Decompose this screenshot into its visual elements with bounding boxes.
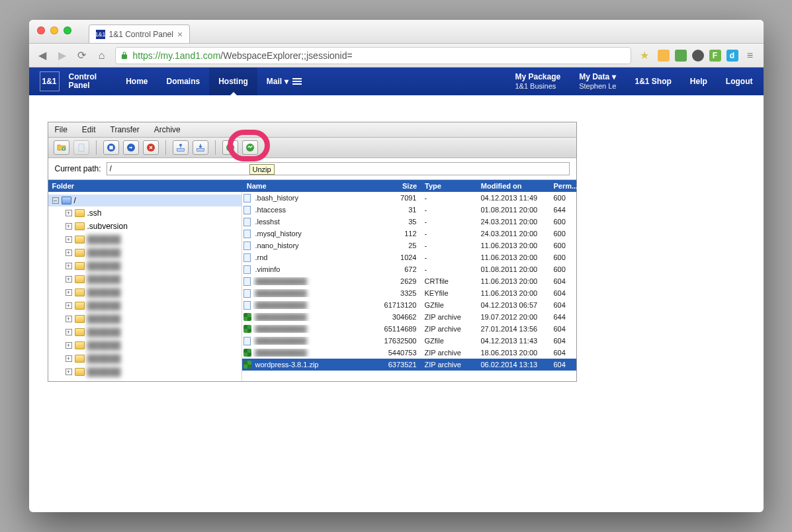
file-row[interactable]: .htaccess31-01.08.2011 20:00644 (242, 204, 576, 216)
tree-item[interactable]: +██████ (48, 299, 242, 312)
expand-icon[interactable]: + (66, 263, 72, 269)
file-row[interactable]: .nano_history25-11.06.2013 20:00600 (242, 240, 576, 251)
menu-transfer[interactable]: Transfer (110, 125, 140, 134)
chrome-menu-icon[interactable]: ≡ (744, 49, 757, 62)
tree-item[interactable]: +██████ (48, 365, 242, 378)
move-button[interactable] (123, 140, 139, 155)
bookmark-star-icon[interactable]: ★ (638, 49, 651, 62)
tree-item[interactable]: +██████ (48, 233, 242, 246)
menu-icon[interactable] (292, 78, 302, 85)
col-perm[interactable]: Perm... (550, 182, 576, 190)
file-perm: 604 (551, 337, 576, 345)
tree-item[interactable]: +██████ (48, 246, 242, 259)
file-row[interactable]: ██████████5440753ZIP archive18.06.2013 2… (242, 347, 576, 359)
download-button[interactable] (193, 140, 208, 155)
home-button[interactable]: ⌂ (95, 49, 109, 62)
col-modified[interactable]: Modified on (477, 182, 551, 190)
mydata-selector[interactable]: My Data ▾ Stephen Le (579, 72, 616, 91)
close-window-button[interactable] (37, 26, 45, 34)
col-size[interactable]: Size (374, 182, 421, 190)
tree-item[interactable]: +██████ (48, 352, 242, 365)
upload-button[interactable] (173, 140, 189, 155)
tree-item[interactable]: +██████ (48, 286, 242, 299)
link-help[interactable]: Help (690, 77, 707, 86)
tree-root[interactable]: – / (48, 195, 242, 206)
file-row[interactable]: .rnd1024-11.06.2013 20:00600 (242, 251, 576, 263)
url-field[interactable]: https://my.1and1.com/WebspaceExplorer;;j… (115, 47, 631, 64)
new-folder-button[interactable] (54, 140, 69, 155)
tree-item[interactable]: +.subversion (48, 220, 242, 233)
forward-button[interactable]: ▶ (56, 49, 69, 62)
file-row[interactable]: .lesshst35-24.03.2011 20:00600 (242, 216, 576, 228)
file-row[interactable]: .viminfo672-01.08.2011 20:00600 (242, 263, 576, 275)
expand-icon[interactable]: + (66, 276, 72, 283)
file-row[interactable]: ██████████65114689ZIP archive27.01.2014 … (242, 323, 576, 335)
new-file-button[interactable] (73, 140, 89, 155)
file-row[interactable]: ██████████61713120GZfile04.12.2013 06:57… (242, 299, 576, 311)
extension-icon[interactable]: d (726, 50, 738, 62)
path-input[interactable] (107, 162, 570, 175)
file-row[interactable]: ██████████3325KEYfile11.06.2013 20:00604 (242, 287, 576, 299)
expand-icon[interactable]: + (66, 289, 72, 296)
extension-icon[interactable] (675, 50, 687, 62)
tree-item[interactable]: +██████ (48, 259, 242, 273)
col-folder[interactable]: Folder (48, 182, 243, 190)
expand-icon[interactable]: + (66, 329, 72, 335)
reload-button[interactable]: ⟳ (75, 49, 89, 62)
nav-home[interactable]: Home (116, 67, 157, 95)
expand-icon[interactable]: + (66, 342, 72, 349)
zip-icon (243, 325, 251, 333)
expand-icon[interactable]: + (66, 316, 72, 322)
extension-icon[interactable] (658, 50, 670, 62)
menu-archive[interactable]: Archive (154, 125, 181, 134)
tree-item[interactable]: +.ssh (48, 206, 242, 220)
file-row[interactable]: wordpress-3.8.1.zip6373521ZIP archive06.… (242, 359, 576, 371)
col-name[interactable]: Name (243, 182, 374, 190)
folder-icon (75, 288, 85, 296)
extension-icon[interactable]: F (709, 50, 721, 62)
expand-icon[interactable]: + (66, 236, 72, 243)
favicon-icon: 1&1 (96, 30, 105, 39)
collapse-icon[interactable]: – (52, 197, 59, 204)
extension-icon[interactable] (692, 50, 704, 62)
nav-domains[interactable]: Domains (157, 67, 210, 95)
menu-edit[interactable]: Edit (82, 125, 96, 134)
expand-icon[interactable]: + (66, 223, 72, 230)
zip-button[interactable] (222, 140, 238, 155)
logo-icon[interactable]: 1&1 (40, 71, 60, 91)
expand-icon[interactable]: + (66, 302, 72, 309)
expand-icon[interactable]: + (66, 355, 72, 362)
expand-icon[interactable]: + (66, 369, 72, 375)
nav-hosting[interactable]: Hosting (209, 67, 257, 95)
minimize-window-button[interactable] (50, 26, 58, 34)
file-row[interactable]: .bash_history7091-04.12.2013 11:49600 (242, 192, 576, 204)
tree-item[interactable]: +██████ (48, 326, 242, 339)
file-row[interactable]: ██████████304662ZIP archive19.07.2012 20… (242, 311, 576, 323)
copy-button[interactable] (103, 140, 119, 155)
delete-button[interactable] (143, 140, 159, 155)
package-selector[interactable]: My Package 1&1 Busines (515, 72, 560, 91)
tree-item-label: ██████ (87, 235, 121, 244)
unzip-button[interactable] (242, 140, 258, 155)
tree-item[interactable]: +██████ (48, 273, 242, 286)
expand-icon[interactable]: + (66, 249, 72, 256)
link-logout[interactable]: Logout (726, 77, 753, 86)
file-row[interactable]: ██████████17632500GZfile04.12.2013 11:43… (242, 335, 576, 347)
nav-mail[interactable]: Mail▾ (257, 67, 311, 95)
browser-tab[interactable]: 1&1 1&1 Control Panel × (89, 24, 191, 43)
file-icon (243, 242, 251, 250)
file-modified: 06.02.2014 13:13 (477, 361, 551, 369)
link-shop[interactable]: 1&1 Shop (635, 77, 671, 86)
tree-item[interactable]: +██████ (48, 339, 242, 352)
tree-item[interactable]: +██████ (48, 312, 242, 326)
col-type[interactable]: Type (421, 182, 477, 190)
back-button[interactable]: ◀ (36, 49, 49, 62)
file-perm: 600 (551, 194, 576, 202)
zoom-window-button[interactable] (64, 26, 71, 34)
close-tab-icon[interactable]: × (177, 29, 183, 40)
page-body: File Edit Transfer Archive Unzip (29, 95, 764, 408)
file-row[interactable]: ██████████2629CRTfile11.06.2013 20:00604 (242, 275, 576, 287)
expand-icon[interactable]: + (66, 210, 72, 216)
menu-file[interactable]: File (55, 125, 67, 134)
file-row[interactable]: .mysql_history112-24.03.2011 20:00600 (242, 228, 576, 240)
